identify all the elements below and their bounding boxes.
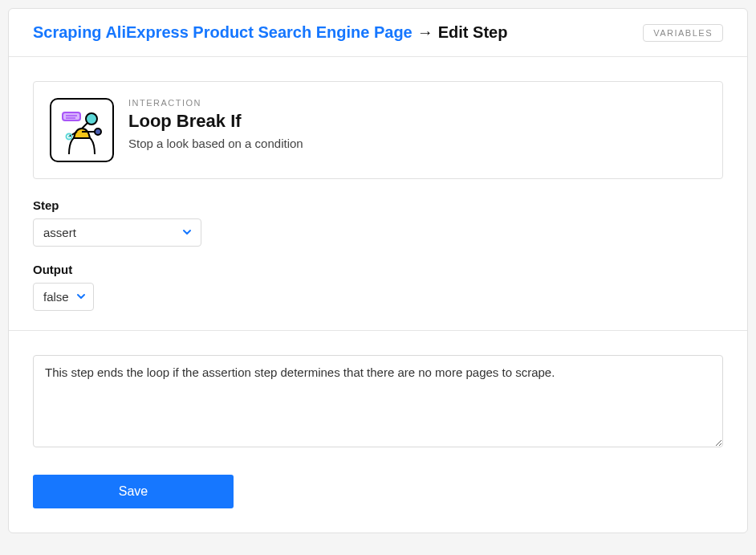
output-field-label: Output [33,263,723,276]
variables-button[interactable]: VARIABLES [643,24,723,42]
step-category-label: INTERACTION [128,98,303,108]
description-textarea[interactable] [33,355,723,447]
step-title: Loop Break If [128,111,303,132]
header: Scraping AliExpress Product Search Engin… [9,9,747,57]
step-info-text: INTERACTION Loop Break If Stop a look ba… [128,98,303,150]
step-subtitle: Stop a look based on a condition [128,137,303,150]
footer: Save [9,451,747,533]
divider [9,330,747,331]
step-select[interactable]: assert [33,218,201,247]
edit-step-card: Scraping AliExpress Product Search Engin… [8,8,748,533]
step-info-box: INTERACTION Loop Break If Stop a look ba… [33,81,723,179]
breadcrumb-link[interactable]: Scraping AliExpress Product Search Engin… [33,23,413,42]
output-field: Output false [33,263,723,311]
svg-point-4 [95,129,101,135]
svg-point-6 [68,136,70,137]
step-field: Step assert [33,198,723,247]
breadcrumb-current: Edit Step [438,23,508,42]
save-button[interactable]: Save [33,475,234,508]
body: INTERACTION Loop Break If Stop a look ba… [9,57,747,451]
svg-point-3 [86,113,97,124]
step-field-label: Step [33,198,723,212]
loop-break-if-icon [50,98,114,162]
output-select[interactable]: false [33,283,94,311]
breadcrumb: Scraping AliExpress Product Search Engin… [33,23,507,42]
breadcrumb-arrow-icon: → [417,23,433,42]
svg-rect-7 [63,112,80,120]
